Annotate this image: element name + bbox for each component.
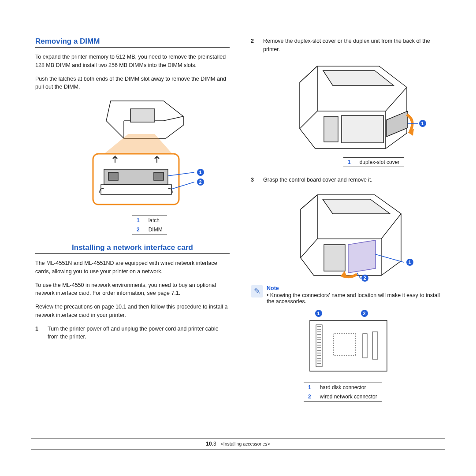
svg-rect-44 (334, 334, 356, 356)
svg-marker-22 (348, 240, 376, 273)
para-review: Review the precautions on page 10.1 and … (35, 303, 230, 320)
svg-rect-23 (324, 245, 345, 271)
para-optional-card: To use the ML-4550 in network environmen… (35, 281, 230, 298)
heading-removing-dimm: Removing a DIMM (35, 37, 230, 48)
page-footer: 10.3 <Installing accessories> (31, 438, 445, 450)
svg-rect-8 (101, 185, 171, 194)
svg-rect-4 (130, 109, 155, 122)
figure-control-board: 1 2 (251, 188, 445, 281)
callout-1-icon: 1 (419, 120, 426, 127)
callout-1-icon: 1 (315, 310, 322, 317)
page-number: 10 (206, 441, 212, 447)
note-body: • Knowing the connectors' name and locat… (267, 292, 445, 305)
callout-2-icon: 2 (197, 178, 204, 186)
svg-rect-16 (324, 116, 338, 142)
left-column: Removing a DIMM To expand the printer me… (35, 37, 230, 410)
figure-duplex-cover: 1 (251, 58, 445, 153)
heading-install-nic: Installing a network interface card (35, 243, 230, 254)
figure-connectors: 1 2 (251, 311, 445, 378)
legend-duplex: 1duplex-slot cover (343, 157, 404, 167)
svg-rect-28 (316, 325, 322, 367)
para-expand-memory: To expand the printer memory to 512 MB, … (35, 53, 230, 70)
svg-rect-10 (154, 172, 164, 180)
svg-rect-15 (342, 115, 383, 143)
svg-rect-45 (363, 334, 367, 358)
right-column: 2 Remove the duplex-slot cover or the du… (251, 37, 445, 410)
chapter-title: <Installing accessories> (221, 441, 270, 446)
step-1: 1 Turn the printer power off and unplug … (35, 325, 230, 342)
callout-2-icon: 2 (361, 310, 368, 317)
legend-connectors: 1hard disk connector 2wired network conn… (304, 383, 382, 402)
svg-rect-9 (108, 172, 118, 180)
callout-1-icon: 1 (197, 169, 204, 176)
legend-dimm: 1latch 2DIMM (132, 216, 167, 234)
callout-2-icon: 2 (361, 275, 368, 282)
step-3: 3 Grasp the control board cover and remo… (251, 176, 445, 184)
svg-rect-46 (372, 332, 378, 359)
note-icon: ✎ (251, 285, 263, 298)
para-equipped: The ML-4551N and ML-4551ND are equipped … (35, 259, 230, 276)
step-2: 2 Remove the duplex-slot cover or the du… (251, 37, 445, 54)
figure-dimm-removal: 1 2 (35, 97, 230, 211)
callout-1-icon: 1 (406, 259, 413, 266)
para-push-latches: Push the latches at both ends of the DIM… (35, 75, 230, 92)
note-block: ✎ Note • Knowing the connectors' name an… (251, 285, 445, 305)
note-title: Note (267, 285, 445, 291)
